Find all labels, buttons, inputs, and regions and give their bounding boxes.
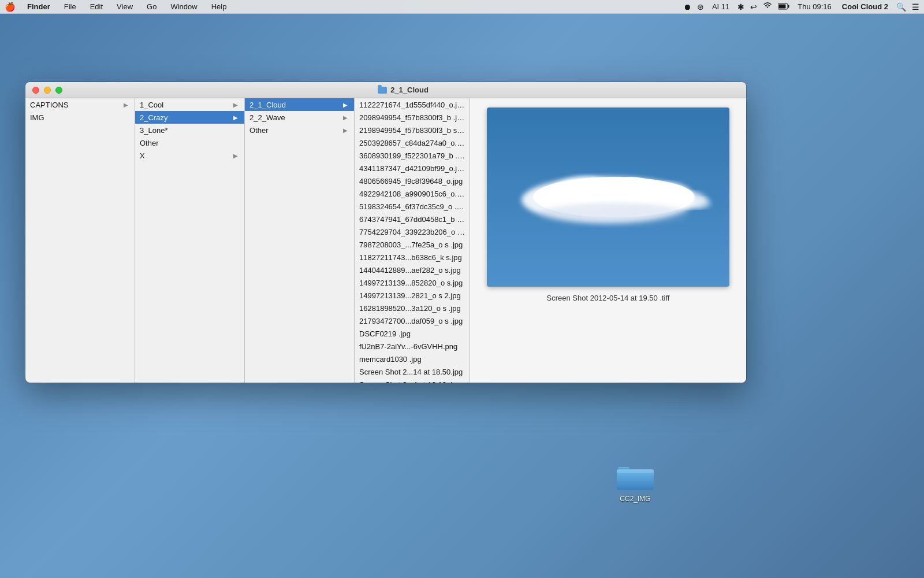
column-3: 2_1_Cloud ▶ 2_2_Wave ▶ Other ▶	[245, 98, 355, 383]
list-item[interactable]: IMG	[25, 111, 135, 124]
timemachine-icon[interactable]: ↩	[750, 2, 757, 12]
apple-menu[interactable]: 🍎	[5, 2, 16, 12]
list-item[interactable]: 2098949954_f57b8300f3_b .jpg	[355, 111, 470, 124]
list-item[interactable]: 14997213139...2821_o s 2.jpg	[355, 289, 470, 302]
menubar-file[interactable]: File	[62, 2, 79, 11]
column-2: 1_Cool ▶ 2_Crazy ▶ 3_Lone* Other X ▶	[135, 98, 245, 383]
window-title: 2_1_Cloud	[67, 86, 739, 94]
desktop-folder[interactable]: CC2_IMG	[612, 462, 658, 503]
bluetooth-icon[interactable]: ✱	[737, 2, 744, 12]
menubar-time: Thu 09:16	[795, 2, 834, 11]
arrow-icon: ▶	[232, 114, 240, 121]
list-item[interactable]: 2503928657_c84da274a0_o.jpg	[355, 136, 470, 149]
arrow-icon: ▶	[341, 102, 349, 108]
list-item-selected[interactable]: 2_1_Cloud ▶	[245, 98, 354, 111]
list-item[interactable]: memcard1030 .jpg	[355, 353, 470, 365]
list-item[interactable]: 2_2_Wave ▶	[245, 111, 354, 124]
preview-image	[487, 108, 729, 287]
arrow-icon: ▶	[122, 102, 130, 108]
menubar-help[interactable]: Help	[209, 2, 229, 11]
list-item[interactable]: 14404412889...aef282_o s.jpg	[355, 264, 470, 276]
list-item[interactable]: 16281898520...3a120_o s .jpg	[355, 302, 470, 314]
search-icon[interactable]: 🔍	[896, 2, 906, 12]
menubar: 🍎 Finder File Edit View Go Window Help ⏺…	[0, 0, 924, 14]
menubar-view[interactable]: View	[114, 2, 135, 11]
list-item[interactable]: Other	[135, 136, 244, 149]
list-item[interactable]: 11827211743...b638c6_k s.jpg	[355, 251, 470, 264]
battery-icon[interactable]	[778, 2, 789, 12]
menubar-appname: Cool Cloud 2	[840, 2, 891, 11]
list-item[interactable]: DSCF0219 .jpg	[355, 327, 470, 340]
menubar-window[interactable]: Window	[168, 2, 199, 11]
folder-icon	[617, 462, 654, 492]
list-item[interactable]: X ▶	[135, 149, 244, 162]
finder-window: 2_1_Cloud CAPTIONS ▶ IMG 1_Cool ▶ 2_Craz…	[25, 82, 746, 383]
preview-filename: Screen Shot 2012-05-14 at 19.50 .tiff	[547, 294, 670, 302]
arrow-icon: ▶	[232, 102, 240, 108]
wifi-icon[interactable]	[763, 2, 772, 12]
list-item[interactable]: CAPTIONS ▶	[25, 98, 135, 111]
list-item[interactable]: Screen Shot 2...4 at 19.19 .jpg	[355, 378, 470, 383]
list-item[interactable]: 3_Lone*	[135, 124, 244, 136]
list-item[interactable]: Screen Shot 2...14 at 18.50.jpg	[355, 365, 470, 378]
list-item[interactable]: 4922942108_a9909015c6_o.jpg	[355, 187, 470, 200]
list-item[interactable]: fU2nB7-2aiYv...-6vGVHH.png	[355, 340, 470, 353]
menubar-right: ⏺ ⊛ AI 11 ✱ ↩ Thu 09:16 Cool Cloud 2 🔍 ☰	[683, 2, 919, 12]
preview-pane: Screen Shot 2012-05-14 at 19.50 .tiff	[470, 98, 746, 383]
record-icon[interactable]: ⏺	[683, 2, 691, 12]
minimize-button[interactable]	[44, 87, 51, 94]
list-item[interactable]: 4341187347_d42109bf99_o.jpg	[355, 162, 470, 175]
arrow-icon: ▶	[232, 153, 240, 159]
menu-extra-icon[interactable]: ☰	[912, 2, 919, 12]
arrow-icon: ▶	[341, 114, 349, 121]
svg-point-13	[539, 203, 689, 226]
list-item[interactable]: 4806566945_f9c8f39648_o.jpg	[355, 175, 470, 187]
list-item-selected[interactable]: 2_Crazy ▶	[135, 111, 244, 124]
menubar-left: 🍎 Finder File Edit View Go Window Help	[5, 2, 229, 12]
maximize-button[interactable]	[55, 87, 62, 94]
desktop-folder-label: CC2_IMG	[620, 495, 650, 503]
menubar-go[interactable]: Go	[144, 2, 159, 11]
svg-rect-1	[788, 5, 789, 8]
browser-content: CAPTIONS ▶ IMG 1_Cool ▶ 2_Crazy ▶ 3_Lone…	[25, 98, 746, 383]
screen-icon[interactable]: ⊛	[697, 2, 704, 12]
list-item[interactable]: 2198949954_f57b8300f3_b s.jpg	[355, 124, 470, 136]
list-item[interactable]: 21793472700...daf059_o s .jpg	[355, 314, 470, 327]
list-item[interactable]: 7987208003_...7fe25a_o s .jpg	[355, 238, 470, 251]
svg-point-12	[690, 197, 711, 209]
list-item[interactable]: 1_Cool ▶	[135, 98, 244, 111]
list-item[interactable]: 14997213139...852820_o s.jpg	[355, 276, 470, 289]
title-bar: 2_1_Cloud	[25, 82, 746, 98]
list-item[interactable]: 5198324654_6f37dc35c9_o .jpg	[355, 200, 470, 213]
close-button[interactable]	[32, 87, 39, 94]
menubar-finder[interactable]: Finder	[25, 2, 53, 11]
list-item[interactable]: Other ▶	[245, 124, 354, 136]
column-1: CAPTIONS ▶ IMG	[25, 98, 135, 383]
column-4-files: 1122271674_1d555df440_o.jpg 2098949954_f…	[355, 98, 470, 383]
arrow-icon: ▶	[341, 127, 349, 134]
svg-rect-2	[779, 4, 786, 8]
list-item[interactable]: 3608930199_f522301a79_b .jpg	[355, 149, 470, 162]
title-folder-icon	[378, 87, 387, 94]
list-item[interactable]: 7754229704_339223b206_o .jpg	[355, 225, 470, 238]
list-item[interactable]: 6743747941_67dd0458c1_b .jpg	[355, 213, 470, 225]
svg-rect-16	[617, 469, 654, 473]
ai-label[interactable]: AI 11	[710, 2, 732, 11]
list-item[interactable]: 1122271674_1d555df440_o.jpg	[355, 98, 470, 111]
menubar-edit[interactable]: Edit	[88, 2, 105, 11]
